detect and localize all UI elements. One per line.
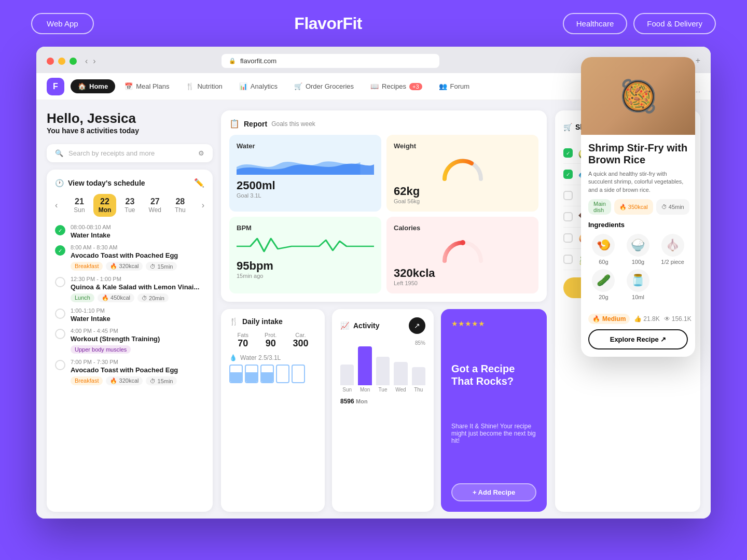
shrimp-icon: 🍤 (592, 234, 615, 257)
macro-row: Fats 70 Prot. 90 Car. 300 (229, 332, 316, 349)
sched-checkmark-2: ✓ (55, 245, 65, 256)
macro-fats: Fats 70 (238, 332, 248, 349)
recipe-tags: Main dish 🔥 350kcal ⏱ 45min (588, 199, 688, 215)
address-bar[interactable]: 🔒 flavorfit.com (222, 54, 439, 68)
schedule-header: 🕐 View today's schedule ✏️ (55, 178, 204, 188)
webapp-button[interactable]: Web App (31, 13, 94, 34)
bar-thu-fill (412, 367, 425, 385)
ingr-rice: 🍚 100g (623, 234, 654, 265)
food-delivery-button[interactable]: Food & Delivery (633, 13, 716, 34)
activity-bars: Sun Mon Tue Wed (340, 351, 425, 393)
minimize-button[interactable] (58, 58, 65, 65)
date-tue[interactable]: 23Tue (119, 194, 140, 217)
nav-order-groceries[interactable]: 🛒 Order Groceries (287, 79, 361, 93)
close-button[interactable] (47, 58, 54, 65)
cart-icon: 🛒 (294, 82, 302, 90)
recipe-title: Shrimp Stir-Fry with Brown Rice (588, 142, 688, 166)
home-icon: 🏠 (78, 82, 86, 90)
bar-sun: Sun (340, 365, 354, 393)
recipe-tag-main: Main dish (588, 199, 611, 215)
shop-check-lettuce[interactable] (563, 255, 573, 264)
activity-link[interactable]: ↗ (409, 317, 425, 334)
explore-recipe-button[interactable]: Explore Recipe ↗ (588, 329, 688, 349)
shop-check-onion[interactable] (563, 233, 573, 243)
water-intake-label: 💧 Water 2.5/3.1L (229, 354, 316, 361)
ingredients-grid: 🍤 60g 🍚 100g 🧄 1/2 piece 🥒 20g 🫙 (588, 234, 688, 300)
nav-nutrition[interactable]: 🍴 Nutrition (178, 79, 229, 93)
report-card: 📋 Report Goals this week Water (221, 110, 547, 302)
prev-date-arrow[interactable]: ‹ (55, 201, 58, 210)
activity-value: 8596 Mon (340, 398, 425, 405)
schedule-item-2: ✓ 8:00 AM - 8:30 AM Avocado Toast with P… (55, 244, 204, 271)
shop-check-chocolate[interactable] (563, 212, 573, 221)
greeting-text: Hello, Jessica (47, 110, 213, 127)
macro-protein: Prot. 90 (265, 332, 276, 349)
bar-mon: Mon (358, 346, 371, 393)
metric-weight: Weight (386, 135, 538, 212)
next-date-arrow[interactable]: › (202, 201, 204, 210)
sauce-icon: 🫙 (627, 269, 649, 292)
schedule-items: ✓ 08:00-08:10 AM Water Intake ✓ 8:00 AM … (55, 224, 204, 385)
ingr-cucumber: 🥒 20g (588, 269, 619, 300)
edit-icon[interactable]: ✏️ (194, 178, 204, 188)
recipes-icon: 📖 (370, 82, 379, 90)
browser-nav: ‹ › (85, 57, 96, 66)
nav-home[interactable]: 🏠 Home (71, 79, 115, 93)
shop-check-avocados[interactable]: ✓ (563, 148, 573, 158)
sched-dot-6 (55, 360, 65, 370)
report-grid: Water 2500ml Goal 3.1L Weight (229, 135, 538, 293)
schedule-card: 🕐 View today's schedule ✏️ ‹ 21Sun 22Mon (47, 170, 213, 512)
bar-wed-fill (394, 362, 407, 385)
nav-recipes[interactable]: 📖 Recipes +3 (363, 79, 430, 93)
recipe-food-visual: 🥘 (581, 57, 695, 135)
forum-icon: 👥 (439, 82, 447, 90)
recipe-desc: A quick and healthy stir-fry with succul… (588, 170, 688, 194)
bar-tue-fill (376, 357, 390, 385)
recipe-image: 🥘 (581, 57, 695, 135)
date-sun[interactable]: 21Sun (68, 194, 90, 217)
left-column: Hello, Jessica You have 8 activities tod… (47, 110, 213, 512)
glass-1 (229, 365, 243, 383)
ingredients-title: Ingredients (588, 221, 688, 229)
water-glasses (229, 365, 316, 383)
search-icon: 🔍 (55, 149, 63, 157)
bar-thu: Thu (412, 367, 425, 393)
macro-carbs: Car. 300 (293, 332, 308, 349)
nav-forum[interactable]: 👥 Forum (432, 79, 477, 93)
filter-icon[interactable]: ⚙ (198, 149, 204, 157)
new-tab-icon[interactable]: + (696, 56, 700, 66)
daily-intake-card: 🍴 Daily intake Fats 70 Prot. 90 (221, 309, 325, 512)
date-mon[interactable]: 22Mon (93, 194, 117, 217)
maximize-button[interactable] (70, 58, 77, 65)
recipe-footer: 🔥 Medium 👍 21.8K 👁 156.1K (581, 314, 695, 329)
nav-meal-plans[interactable]: 📅 Meal Plans (117, 79, 176, 93)
fork-icon: 🍴 (229, 317, 238, 326)
search-bar[interactable]: 🔍 Search by receipts and more ⚙ (47, 144, 213, 162)
nutrition-icon: 🍴 (186, 82, 194, 90)
promo-stars: ★★★★★ (451, 319, 536, 328)
water-icon: 💧 (229, 354, 237, 361)
nav-analytics[interactable]: 📊 Analytics (232, 79, 285, 93)
recipe-body: Shrimp Stir-Fry with Brown Rice A quick … (581, 135, 695, 314)
date-items: 21Sun 22Mon 23Tue 27Wed 28Thu (68, 194, 190, 217)
healthcare-button[interactable]: Healthcare (563, 13, 628, 34)
back-icon[interactable]: ‹ (85, 57, 88, 66)
cucumber-icon: 🥒 (592, 269, 615, 292)
date-wed[interactable]: 27Wed (144, 194, 167, 217)
recipes-badge: +3 (409, 83, 422, 90)
forward-icon[interactable]: › (93, 57, 95, 66)
top-bar: Web App FlavorFit Healthcare Food & Deli… (0, 0, 747, 47)
shop-check-salmon[interactable]: ✓ (563, 170, 573, 179)
shop-check-yogurt[interactable] (563, 191, 573, 200)
url-text: flavorfit.com (240, 57, 276, 65)
sched-dot-3 (55, 277, 65, 287)
recipe-tag-time: ⏱ 45min (656, 199, 689, 215)
cart-icon: 🛒 (563, 123, 572, 131)
rice-icon: 🍚 (627, 234, 649, 257)
date-thu[interactable]: 28Thu (170, 194, 191, 217)
traffic-lights (47, 58, 77, 65)
report-header: 📋 Report Goals this week (229, 119, 538, 129)
bar-wed: Wed (394, 362, 407, 393)
sched-dot-4 (55, 309, 65, 319)
add-recipe-button[interactable]: + Add Recipe (451, 483, 536, 501)
